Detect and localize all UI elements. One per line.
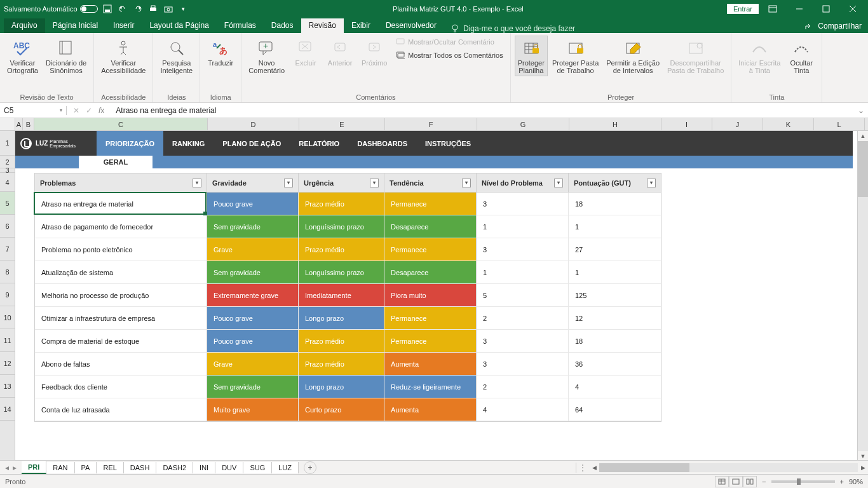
undo-icon[interactable]	[117, 3, 128, 15]
maximize-icon[interactable]	[813, 2, 839, 16]
tab-layout[interactable]: Layout da Página	[142, 18, 216, 33]
cell-tendencia[interactable]: Permanece	[384, 307, 477, 329]
col-header[interactable]: E	[299, 118, 385, 130]
cell-tendencia[interactable]: Permanece	[384, 193, 477, 215]
sheet-tab[interactable]: RAN	[46, 462, 74, 473]
enter-icon[interactable]: ✓	[86, 106, 92, 115]
cell-gravidade[interactable]: Grave	[207, 353, 299, 375]
tab-developer[interactable]: Desenvolvedor	[378, 18, 444, 33]
cell-problema[interactable]: Atraso na entrega de material	[35, 193, 207, 215]
row-header[interactable]: 13	[0, 375, 15, 398]
table-row[interactable]: Conta de luz atrasadaMuito graveCurto pr…	[35, 398, 661, 421]
nav-plano[interactable]: PLANO DE AÇÃO	[214, 131, 290, 156]
sheet-tab[interactable]: REL	[97, 462, 123, 473]
sheet-tab[interactable]: LUZ	[272, 462, 299, 473]
sheet-tab[interactable]: DASH	[124, 462, 157, 473]
table-row[interactable]: Atraso na entrega de materialPouco grave…	[35, 193, 661, 215]
cell-gravidade[interactable]: Pouco grave	[207, 193, 299, 215]
tab-data[interactable]: Dados	[264, 18, 301, 33]
cell-urgencia[interactable]: Longuíssimo prazo	[299, 261, 384, 283]
row-header[interactable]: 1	[0, 131, 15, 156]
cell-pontuacao[interactable]: 4	[569, 376, 661, 398]
tellme-search[interactable]: Diga-me o que você deseja fazer	[444, 24, 581, 33]
signin-button[interactable]: Entrar	[727, 4, 759, 14]
cell-problema[interactable]: Feedback dos cliente	[35, 376, 207, 398]
thesaurus-button[interactable]: Dicionário de Sinônimos	[43, 36, 90, 76]
autosave-toggle[interactable]: Salvamento Automático	[4, 5, 98, 13]
cell-nivel[interactable]: 3	[477, 353, 569, 375]
sheet-tab[interactable]: INI	[193, 462, 215, 473]
view-pagelayout-icon[interactable]	[729, 476, 743, 487]
cell-gravidade[interactable]: Muito grave	[207, 398, 299, 421]
row-header[interactable]: 6	[0, 215, 15, 238]
cell-nivel[interactable]: 3	[477, 330, 569, 352]
cell-problema[interactable]: Abono de faltas	[35, 353, 207, 375]
filter-icon[interactable]: ▾	[370, 179, 379, 187]
cell-gravidade[interactable]: Sem gravidade	[207, 376, 299, 398]
col-header[interactable]: D	[208, 118, 299, 130]
cell-problema[interactable]: Conta de luz atrasada	[35, 398, 207, 421]
tab-file[interactable]: Arquivo	[4, 18, 45, 33]
view-normal-icon[interactable]	[715, 476, 729, 487]
select-all-corner[interactable]	[0, 118, 15, 130]
fx-icon[interactable]: fx	[98, 106, 104, 115]
table-row[interactable]: Atraso de pagamento de fornecedorSem gra…	[35, 215, 661, 238]
col-header[interactable]: F	[385, 118, 477, 130]
cell-pontuacao[interactable]: 12	[569, 307, 661, 329]
formula-expand-icon[interactable]: ⌄	[854, 106, 868, 115]
col-header[interactable]: L	[814, 118, 865, 130]
filter-icon[interactable]: ▾	[462, 179, 471, 187]
col-header[interactable]: A	[15, 118, 23, 130]
row-header[interactable]: 3	[0, 168, 15, 173]
col-header[interactable]: J	[712, 118, 763, 130]
accessibility-button[interactable]: Verificar Acessibilidade	[98, 36, 149, 76]
cell-tendencia[interactable]: Permanece	[384, 238, 477, 261]
cell-gravidade[interactable]: Pouco grave	[207, 330, 299, 352]
cell-problema[interactable]: Atualização de sistema	[35, 261, 207, 283]
table-row[interactable]: Abono de faltasGravePrazo médioAumenta33…	[35, 353, 661, 376]
cell-urgencia[interactable]: Prazo médio	[299, 353, 384, 375]
table-row[interactable]: Atualização de sistemaSem gravidadeLongu…	[35, 261, 661, 284]
formula-input[interactable]: Atraso na entrega de material	[111, 106, 854, 115]
ribbon-mode-icon[interactable]	[760, 2, 785, 16]
filter-icon[interactable]: ▾	[284, 179, 293, 187]
row-header[interactable]: 12	[0, 352, 15, 375]
cell-pontuacao[interactable]: 18	[569, 193, 661, 215]
col-header[interactable]: G	[477, 118, 569, 130]
cell-urgencia[interactable]: Longuíssimo prazo	[299, 215, 384, 238]
cell-gravidade[interactable]: Sem gravidade	[207, 261, 299, 283]
cell-problema[interactable]: Atraso de pagamento de fornecedor	[35, 215, 207, 238]
cell-urgencia[interactable]: Curto prazo	[299, 398, 384, 421]
sheet-tab[interactable]: DASH2	[156, 462, 193, 473]
col-header[interactable]: B	[23, 118, 34, 130]
cell-tendencia[interactable]: Permanece	[384, 330, 477, 352]
filter-icon[interactable]: ▾	[193, 179, 201, 187]
cell-pontuacao[interactable]: 18	[569, 330, 661, 352]
cell-urgencia[interactable]: Longo prazo	[299, 307, 384, 329]
split-handle-icon[interactable]: ⋮	[576, 463, 589, 472]
col-header[interactable]: I	[661, 118, 712, 130]
cell-nivel[interactable]: 1	[477, 261, 569, 283]
tab-nav-first-icon[interactable]: ◂	[5, 463, 9, 472]
cell-tendencia[interactable]: Reduz-se ligeiramente	[384, 376, 477, 398]
row-header[interactable]: 14	[0, 398, 15, 421]
cell-problema[interactable]: Melhoria no processo de produção	[35, 284, 207, 306]
cell-nivel[interactable]: 1	[477, 215, 569, 238]
cell-urgencia[interactable]: Imediatamente	[299, 284, 384, 306]
subtab-geral[interactable]: GERAL	[79, 156, 153, 168]
minimize-icon[interactable]	[787, 2, 812, 16]
new-sheet-button[interactable]: +	[304, 461, 316, 474]
cell-gravidade[interactable]: Extremamente grave	[207, 284, 299, 306]
hide-ink-button[interactable]: Ocultar Tinta	[785, 36, 818, 76]
smart-lookup-button[interactable]: Pesquisa Inteligente	[157, 36, 196, 76]
cell-nivel[interactable]: 3	[477, 238, 569, 261]
new-comment-button[interactable]: +Novo Comentário	[245, 36, 288, 76]
cancel-icon[interactable]: ✕	[73, 106, 79, 115]
table-row[interactable]: Feedback dos clienteSem gravidadeLongo p…	[35, 376, 661, 398]
share-button[interactable]: Compartilhar	[799, 19, 868, 33]
showall-comments-button[interactable]: Mostrar Todos os Comentários	[392, 49, 506, 62]
row-header[interactable]: 10	[0, 306, 15, 329]
horizontal-scrollbar[interactable]: ⋮ ◀ ▶	[576, 463, 868, 473]
sheet-tab[interactable]: PA	[75, 462, 97, 473]
cell-pontuacao[interactable]: 64	[569, 398, 661, 421]
